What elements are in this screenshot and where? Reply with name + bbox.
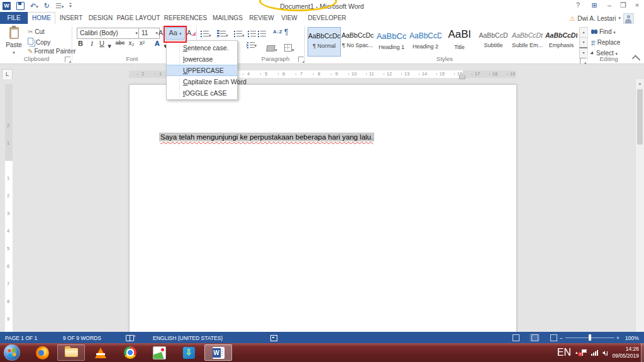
tab-file[interactable]: FILE — [0, 12, 28, 24]
styles-scroll-down-icon[interactable]: ▾ — [579, 37, 588, 48]
selected-text[interactable]: Saya telah mengunjungi ke perpustakaan b… — [159, 133, 374, 141]
italic-button[interactable]: I — [87, 40, 96, 47]
line-spacing-button[interactable]: ↕▾ — [245, 42, 257, 49]
start-button[interactable] — [4, 344, 20, 361]
volume-icon[interactable] — [602, 350, 608, 356]
vertical-ruler[interactable]: 21 123456789 — [5, 84, 13, 332]
multilevel-list-button[interactable]: ▾ — [233, 28, 245, 40]
action-center-flag-icon[interactable]: × — [582, 349, 587, 356]
text-effects-button[interactable]: A — [153, 40, 162, 47]
zoom-in-icon[interactable]: + — [616, 335, 619, 341]
restore-button[interactable]: ❐ — [618, 1, 629, 9]
styles-dialog-launcher-icon[interactable] — [580, 58, 586, 63]
tab-review[interactable]: REVIEW — [245, 12, 277, 24]
tab-references[interactable]: REFERENCES — [160, 12, 211, 24]
print-layout-icon[interactable] — [530, 334, 540, 341]
tab-view[interactable]: VIEW — [277, 12, 301, 24]
web-layout-icon[interactable] — [548, 334, 558, 341]
zoom-out-icon[interactable]: − — [560, 335, 563, 341]
underline-dropdown-icon[interactable]: ▾ — [105, 42, 114, 50]
styles-more-icon[interactable]: ▾ — [579, 47, 588, 58]
tab-home[interactable]: HOME — [28, 12, 55, 25]
page-indicator[interactable]: PAGE 1 OF 1 — [5, 335, 37, 341]
vertical-scrollbar[interactable]: ▲ — [635, 79, 644, 332]
numbering-button[interactable]: ▾ — [216, 28, 228, 40]
menu-item-sentence-case[interactable]: Sentence case. — [167, 42, 237, 53]
proofing-errors-icon[interactable] — [126, 335, 134, 341]
warning-icon: ⚠ — [569, 15, 575, 22]
style-heading-2[interactable]: AaBbCcDHeading 2 — [409, 27, 441, 55]
style-heading-1[interactable]: AaBbCcHeading 1 — [375, 27, 408, 55]
avatar[interactable] — [623, 13, 634, 24]
network-icon[interactable] — [591, 350, 598, 356]
copy-button[interactable]: Copy — [28, 38, 50, 46]
menu-item-lowercase[interactable]: lowercase — [167, 53, 237, 65]
tab-mailings[interactable]: MAILINGS — [209, 12, 247, 24]
taskbar-green-document-app[interactable] — [145, 344, 173, 361]
taskbar-vlc[interactable] — [87, 344, 114, 361]
styles-scroll-up-icon[interactable]: ▴ — [579, 27, 588, 38]
style-subtitle[interactable]: AaBbCcDSubtitle — [477, 27, 509, 55]
taskbar-word-active[interactable] — [204, 344, 232, 361]
subscript-button[interactable]: x₂ — [127, 40, 136, 47]
hidden-icons-icon[interactable]: ▴ — [575, 350, 578, 355]
bullets-button[interactable]: ▾ — [200, 28, 211, 40]
menu-item-uppercase[interactable]: UPPERCASE — [167, 65, 237, 76]
style-no-spacing[interactable]: AaBbCcDc¶ No Spac... — [341, 27, 374, 55]
clear-formatting-button[interactable]: A◢ — [187, 29, 196, 36]
format-painter-button[interactable]: ✎Format Painter — [28, 48, 76, 55]
increase-indent-button[interactable] — [260, 28, 266, 40]
account-area[interactable]: ⚠ Dwi A. Lestari ▾ — [569, 13, 634, 23]
menu-item-capitalize-each-word[interactable]: Capitalize Each Word — [167, 76, 237, 87]
shading-button[interactable]: ▾ — [267, 43, 277, 54]
ribbon-display-options-icon[interactable]: ⊞ — [589, 1, 600, 9]
document-page[interactable]: Saya telah mengunjungi ke perpustakaan b… — [129, 84, 517, 332]
font-name-combobox[interactable]: Calibri (Body)▾ — [77, 28, 140, 39]
decrease-indent-button[interactable] — [250, 28, 256, 40]
macro-recording-icon[interactable] — [270, 335, 277, 341]
strikethrough-button[interactable]: abc — [114, 40, 126, 46]
paste-button[interactable]: Paste▾ — [3, 27, 25, 55]
clipboard-dialog-launcher-icon[interactable] — [65, 57, 70, 62]
tab-insert[interactable]: INSERT — [56, 12, 87, 24]
user-dropdown-icon[interactable]: ▾ — [618, 16, 621, 21]
clock[interactable]: 14:26 09/05/2019 — [612, 346, 639, 359]
zoom-level[interactable]: 100% — [625, 335, 639, 341]
style-normal[interactable]: AaBbCcDc¶ Normal — [308, 27, 341, 57]
language-bar[interactable]: EN — [557, 347, 571, 358]
help-icon[interactable]: ? — [572, 1, 584, 9]
tab-page-layout[interactable]: PAGE LAYOUT — [113, 12, 164, 24]
taskbar-chrome[interactable] — [116, 344, 144, 361]
scrollbar-thumb[interactable] — [637, 89, 643, 145]
language-indicator[interactable]: ENGLISH (UNITED STATES) — [153, 335, 223, 341]
font-size-combobox[interactable]: 11▾ — [138, 28, 160, 39]
borders-button[interactable]: ▾ — [284, 43, 294, 54]
close-button[interactable]: × — [631, 1, 643, 9]
read-mode-icon[interactable] — [511, 334, 521, 341]
style-emphasis[interactable]: AaBbCcDtEmphasis — [545, 27, 577, 55]
taskbar-firefox[interactable] — [28, 344, 56, 361]
tab-design[interactable]: DESIGN — [85, 12, 116, 24]
replace-button[interactable]: abacReplace — [591, 39, 620, 46]
cut-button[interactable]: ✂ Cut — [28, 28, 45, 35]
style-subtle-emphasis[interactable]: AaBbCcDtSubtle Em... — [511, 27, 543, 55]
paragraph-dialog-launcher-icon[interactable] — [298, 57, 304, 62]
show-formatting-marks-button[interactable]: ¶ — [284, 28, 288, 36]
bold-button[interactable]: B — [76, 40, 85, 47]
user-name[interactable]: Dwi A. Lestari — [577, 15, 616, 22]
show-desktop-button[interactable] — [641, 343, 644, 362]
sort-button[interactable]: A↓Z — [273, 29, 282, 35]
word-count[interactable]: 9 OF 9 WORDS — [63, 335, 101, 341]
horizontal-ruler[interactable]: 21 12345678910111213141516 171819 — [0, 70, 644, 79]
find-button[interactable]: Find ▾ — [591, 28, 616, 35]
scroll-up-icon[interactable]: ▲ — [638, 81, 642, 85]
style-title[interactable]: AaBlTitle — [443, 27, 475, 55]
superscript-button[interactable]: x² — [138, 40, 147, 47]
menu-item-toggle-case[interactable]: tOGGLE cASE — [167, 87, 237, 99]
collapse-ribbon-icon[interactable] — [632, 55, 640, 63]
tab-developer[interactable]: DEVELOPER — [304, 12, 350, 24]
minimize-button[interactable]: – — [604, 1, 615, 9]
taskbar-idm[interactable]: ⇩ — [175, 344, 203, 361]
zoom-slider-thumb[interactable] — [589, 334, 591, 341]
taskbar-explorer[interactable] — [57, 344, 85, 361]
